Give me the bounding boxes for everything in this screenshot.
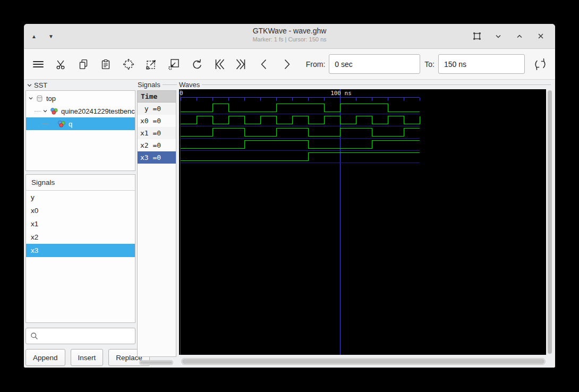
signals-list-header: Signals	[26, 175, 135, 191]
zoom-in-icon	[144, 57, 159, 72]
expander-chevron-icon	[28, 96, 33, 101]
module-icon	[50, 107, 58, 115]
frame-rule	[163, 84, 177, 85]
signal-list-item-x0[interactable]: x0	[26, 204, 135, 217]
signal-name-row[interactable]: y =0	[138, 103, 176, 115]
signals-list-box: Signals yx0x1x2x3	[25, 174, 135, 323]
waves-column: Waves 0100 ns	[178, 80, 554, 368]
skip-to-start-button[interactable]	[211, 56, 227, 72]
main-area: SST topquine20241229testbenchq Signals y…	[24, 80, 555, 368]
reload-icon	[532, 56, 548, 72]
timeline-label-0: 0	[180, 90, 183, 97]
signal-name-row[interactable]: x3 =0	[138, 151, 176, 164]
search-icon	[30, 332, 38, 340]
skip-to-end-icon	[234, 57, 249, 72]
paste-button[interactable]	[98, 56, 114, 72]
module-icon-wrap	[57, 120, 66, 128]
minimize-button[interactable]	[491, 29, 505, 43]
sst-expander[interactable]: SST	[27, 80, 47, 90]
copy-button[interactable]	[75, 56, 91, 72]
tree-item-label: top	[46, 95, 56, 103]
paste-icon	[99, 57, 113, 71]
signal-name-row[interactable]: x2 =0	[138, 139, 176, 151]
zoom-out-icon	[166, 57, 181, 72]
waves-vscrollbar-thumb[interactable]	[548, 90, 552, 354]
names-hscrollbar-thumb[interactable]	[140, 361, 172, 364]
close-button[interactable]	[534, 29, 548, 43]
from-label: From:	[306, 60, 326, 69]
keep-above-button[interactable]	[470, 29, 484, 43]
wave-canvas[interactable]: 0100 ns	[179, 89, 546, 355]
tree-guide	[35, 111, 41, 112]
time-header[interactable]: Time	[138, 91, 176, 103]
module-icon-wrap	[50, 107, 58, 115]
names-frame-label: Signals	[138, 81, 160, 89]
names-hscrollbar	[139, 360, 173, 365]
sst-label: SST	[34, 81, 47, 89]
tree-expander[interactable]	[27, 96, 35, 101]
frame-rule	[202, 84, 551, 85]
to-input[interactable]	[438, 54, 525, 74]
sst-tree: topquine20241229testbenchq	[25, 90, 135, 171]
tree-item-quine20241229testbench[interactable]: quine20241229testbench	[26, 105, 135, 117]
signal-name-row[interactable]: x1 =0	[138, 127, 176, 139]
sst-panel: SST topquine20241229testbenchq Signals y…	[25, 80, 135, 368]
signal-name-row[interactable]: x0 =0	[138, 115, 176, 127]
skip-to-start-icon	[211, 57, 226, 72]
close-icon	[535, 31, 546, 41]
zoom-fit-button[interactable]	[121, 56, 137, 72]
search-input[interactable]	[41, 328, 135, 344]
zoom-in-button[interactable]	[143, 56, 159, 72]
skip-to-end-button[interactable]	[234, 56, 250, 72]
menu-button[interactable]	[30, 56, 46, 72]
to-label: To:	[424, 60, 435, 69]
waves-hscrollbar	[181, 358, 546, 365]
step-forward-icon	[279, 57, 294, 72]
tree-expander[interactable]	[41, 108, 49, 114]
signal-list-item-x1[interactable]: x1	[26, 217, 135, 231]
from-input[interactable]	[329, 54, 420, 74]
titlebar[interactable]: ▲ ▼ GTKWave - wave.ghw Marker: 1 fs | Cu…	[24, 24, 555, 49]
undo-button[interactable]	[189, 56, 205, 72]
step-forward-button[interactable]	[279, 56, 295, 72]
cut-button[interactable]	[53, 56, 69, 72]
tree-item-top[interactable]: top	[26, 92, 135, 105]
zoom-out-button[interactable]	[166, 56, 182, 72]
menu-icon	[31, 57, 46, 72]
signal-list-item-y[interactable]: y	[26, 191, 135, 204]
zoom-fit-icon	[121, 57, 136, 72]
scope-icon-wrap	[36, 95, 44, 103]
step-back-button[interactable]	[257, 56, 273, 72]
tree-guide	[42, 124, 48, 124]
module-icon	[57, 120, 66, 128]
waves-hscrollbar-thumb[interactable]	[182, 359, 544, 364]
waves-vscrollbar	[547, 89, 553, 355]
signal-names-box: Time y =0x0 =0x1 =0x2 =0x3 =0	[137, 90, 176, 357]
scope-icon	[36, 95, 44, 103]
append-button[interactable]: Append	[25, 349, 65, 366]
expander-chevron-icon	[42, 108, 48, 114]
tree-item-q[interactable]: q	[26, 117, 135, 130]
reload-button[interactable]	[532, 56, 548, 72]
gtkwave-window: ▲ ▼ GTKWave - wave.ghw Marker: 1 fs | Cu…	[24, 24, 555, 368]
maximize-button[interactable]	[513, 29, 526, 43]
tree-item-label: q	[69, 120, 72, 128]
tree-item-label: quine20241229testbench	[61, 107, 135, 115]
signal-list-item-x2[interactable]: x2	[26, 231, 135, 244]
signal-names-column: Signals Time y =0x0 =0x1 =0x2 =0x3 =0	[137, 80, 177, 368]
signal-buttons-row: AppendInsertReplace	[25, 349, 135, 366]
chevron-up-icon	[514, 31, 525, 41]
toolbar: From: To:	[24, 49, 555, 80]
timeline-label-100ns: 100 ns	[330, 90, 352, 97]
copy-icon	[76, 57, 90, 71]
step-back-icon	[257, 57, 271, 72]
signal-search-box[interactable]	[25, 328, 135, 344]
frame-icon	[472, 31, 482, 41]
undo-icon	[189, 57, 204, 72]
signal-list-item-x3[interactable]: x3	[26, 244, 135, 257]
chevron-down-icon	[493, 31, 504, 41]
waves-frame-label: Waves	[179, 81, 200, 89]
chevron-down-icon	[27, 82, 32, 88]
insert-button[interactable]: Insert	[71, 349, 104, 366]
cut-icon	[54, 57, 67, 71]
